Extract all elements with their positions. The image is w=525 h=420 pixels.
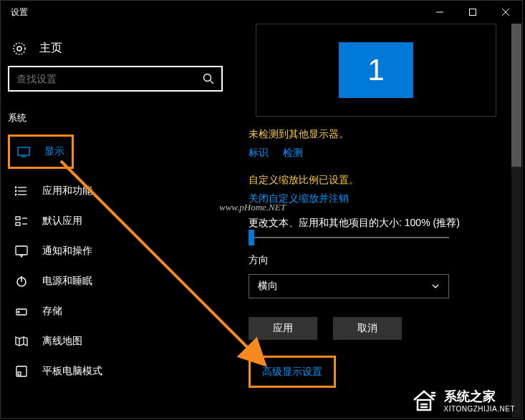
- nav-apps[interactable]: 应用和功能: [8, 176, 223, 206]
- svg-point-15: [15, 194, 16, 195]
- advanced-display-link[interactable]: 高级显示设置: [262, 366, 322, 377]
- button-row: 应用 取消: [249, 317, 504, 340]
- svg-rect-28: [18, 372, 21, 375]
- resize-label: 更改文本、应用和其他项目的大小: 100% (推荐): [249, 217, 504, 230]
- identify-link[interactable]: 标识: [249, 147, 269, 160]
- map-icon: [15, 335, 28, 348]
- scrollbar[interactable]: [511, 24, 521, 417]
- nav-label: 应用和功能: [42, 185, 92, 197]
- home-label: 主页: [39, 41, 62, 56]
- nav-label: 离线地图: [42, 335, 82, 348]
- nav-label: 通知和操作: [42, 245, 92, 258]
- detect-message: 未检测到其他显示器。: [249, 128, 504, 141]
- home-link[interactable]: 主页: [8, 35, 223, 66]
- close-button[interactable]: [489, 1, 522, 24]
- power-icon: [15, 275, 28, 288]
- display-icon: [17, 145, 30, 158]
- main-panel: 1 未检测到其他显示器。 标识 检测 自定义缩放比例已设置。 关闭自定义缩放并注…: [230, 24, 522, 418]
- search-box[interactable]: [8, 66, 223, 92]
- signout-link[interactable]: 关闭自定义缩放并注销: [249, 192, 504, 205]
- maximize-button[interactable]: [456, 1, 489, 24]
- storage-icon: [15, 305, 28, 318]
- svg-rect-17: [16, 223, 20, 225]
- nav-tablet[interactable]: 平板电脑模式: [8, 356, 223, 386]
- apply-button[interactable]: 应用: [249, 317, 317, 340]
- orientation-label: 方向: [249, 254, 504, 267]
- search-icon: [203, 73, 214, 84]
- svg-point-24: [18, 311, 19, 313]
- detect-link[interactable]: 检测: [283, 147, 303, 160]
- list-icon: [15, 185, 28, 197]
- monitor-number: 1: [367, 53, 384, 87]
- nav-notifications[interactable]: 通知和操作: [8, 236, 223, 266]
- nav-storage[interactable]: 存储: [8, 296, 223, 326]
- nav-power[interactable]: 电源和睡眠: [8, 266, 223, 296]
- svg-line-7: [211, 81, 214, 84]
- svg-point-4: [14, 43, 25, 54]
- gear-icon: [12, 41, 27, 56]
- defaults-icon: [15, 215, 28, 228]
- detect-links: 标识 检测: [249, 147, 504, 160]
- nav-label: 存储: [42, 305, 62, 318]
- watermark-phome: www.pHome.NET: [219, 202, 286, 213]
- svg-rect-8: [18, 147, 29, 155]
- watermark-xitong: 系统之家 XITONGZHIJIA.NET: [410, 387, 516, 413]
- tablet-icon: [15, 365, 28, 378]
- nav-label: 平板电脑模式: [42, 365, 102, 378]
- house-icon: [410, 387, 438, 413]
- chevron-down-icon: [431, 282, 440, 290]
- cancel-button[interactable]: 取消: [333, 317, 402, 340]
- nav-label: 电源和睡眠: [42, 275, 92, 288]
- orientation-select[interactable]: 横向: [249, 274, 449, 298]
- window-controls: [423, 1, 522, 24]
- highlight-display: 显示: [8, 135, 74, 169]
- watermark-en: XITONGZHIJIA.NET: [444, 405, 516, 413]
- svg-point-5: [17, 47, 21, 51]
- highlight-advanced: 高级显示设置: [249, 356, 336, 388]
- titlebar: 设置: [1, 1, 522, 24]
- notifications-icon: [15, 245, 28, 258]
- watermark-cn: 系统之家: [444, 388, 516, 405]
- section-label: 系统: [8, 109, 223, 135]
- svg-point-6: [204, 74, 211, 82]
- minimize-button[interactable]: [423, 1, 456, 24]
- nav-maps[interactable]: 离线地图: [8, 326, 223, 356]
- nav-display[interactable]: 显示: [10, 137, 72, 167]
- slider-thumb[interactable]: [249, 230, 254, 245]
- svg-rect-20: [16, 246, 27, 255]
- search-input[interactable]: [16, 73, 203, 84]
- nav-label: 默认应用: [42, 215, 82, 228]
- window-title: 设置: [11, 6, 28, 19]
- monitor-preview[interactable]: 1: [256, 24, 496, 117]
- nav-label: 显示: [44, 145, 64, 158]
- svg-point-14: [15, 190, 16, 192]
- scroll-thumb[interactable]: [511, 24, 521, 167]
- monitor-1[interactable]: 1: [339, 42, 413, 98]
- svg-point-13: [15, 187, 16, 188]
- scale-slider[interactable]: [249, 237, 449, 238]
- svg-rect-16: [16, 217, 20, 220]
- nav-default-apps[interactable]: 默认应用: [8, 206, 223, 236]
- svg-rect-1: [470, 9, 476, 16]
- orientation-value: 横向: [258, 280, 278, 293]
- custom-scale-message: 自定义缩放比例已设置。: [249, 174, 504, 187]
- sidebar: 主页 系统 显示 应用和功能 默认应用: [1, 24, 230, 418]
- content: 主页 系统 显示 应用和功能 默认应用: [1, 24, 522, 418]
